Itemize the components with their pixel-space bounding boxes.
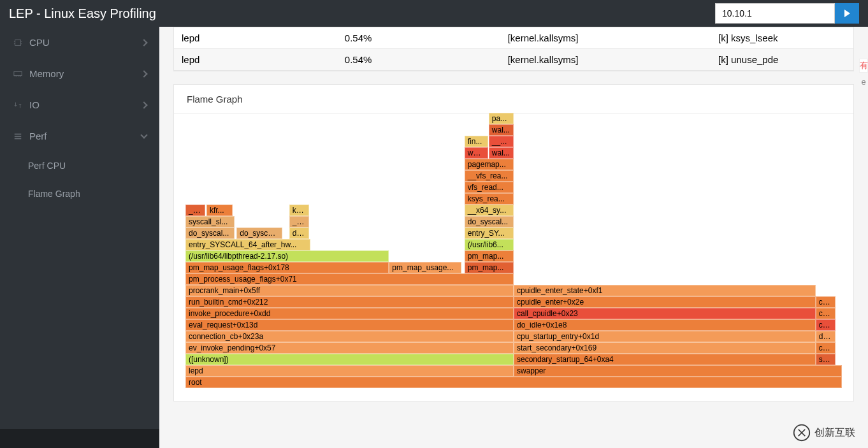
table-cell: 0.54%	[337, 27, 500, 49]
chevron-down-icon	[140, 131, 147, 138]
flame-cell[interactable]: __...	[489, 136, 514, 147]
flame-cell[interactable]: pm_map_usage...	[389, 262, 461, 273]
flame-cell[interactable]: __...	[289, 216, 309, 228]
main-content: lepd0.54%[kernel.kallsyms][k] ksys_lseek…	[159, 0, 868, 448]
chevron-right-icon	[140, 101, 147, 108]
sidebar-item-cpu[interactable]: CPU	[0, 27, 159, 58]
table-cell: lepd	[174, 27, 337, 49]
flame-cell[interactable]: cp...	[816, 342, 835, 354]
flame-cell[interactable]: cpuidle_enter_state+0xf1	[514, 285, 816, 296]
brand-logo-icon	[793, 424, 811, 442]
table-row: lepd0.54%[kernel.kallsyms][k] unuse_pde	[174, 49, 853, 71]
brand-watermark: 创新互联	[793, 424, 855, 442]
sidebar-item-memory[interactable]: Memory	[0, 58, 159, 89]
right-edge-text: e	[859, 75, 868, 88]
flame-cell[interactable]: connection_cb+0x23a	[185, 331, 514, 342]
flame-cell[interactable]: cp...	[816, 308, 835, 319]
flame-cell[interactable]: do_syscal...	[185, 228, 235, 239]
flame-cell[interactable]: __...	[185, 205, 205, 216]
cpu-icon	[13, 38, 23, 47]
flame-cell[interactable]: wal...	[489, 124, 514, 136]
flame-cell[interactable]: __vfs_rea...	[465, 170, 514, 182]
memory-icon	[13, 69, 23, 78]
perf-table-card: lepd0.54%[kernel.kallsyms][k] ksys_lseek…	[173, 27, 854, 71]
io-icon	[13, 101, 23, 110]
svg-rect-12	[15, 138, 22, 139]
table-cell: lepd	[174, 49, 337, 71]
flame-cell[interactable]: sta...	[816, 354, 835, 365]
svg-rect-11	[15, 136, 22, 137]
sidebar-item-label: Perf	[29, 131, 47, 141]
flame-cell[interactable]: pagemap...	[465, 159, 514, 170]
panel-title: Flame Graph	[174, 85, 853, 114]
flame-cell[interactable]: call...	[816, 319, 835, 331]
perf-icon	[13, 132, 23, 141]
flame-cell[interactable]: __x64_sy...	[465, 205, 514, 216]
flame-cell[interactable]: pm_map...	[465, 262, 514, 273]
flame-cell[interactable]: swapper	[514, 365, 842, 377]
flame-cell[interactable]: entry_SYSCALL_64_after_hw...	[185, 239, 310, 250]
table-cell: 0.54%	[337, 49, 500, 71]
flame-cell[interactable]: entry_SY...	[465, 228, 514, 239]
svg-rect-0	[15, 40, 21, 45]
flame-cell[interactable]: cpuidle_enter+0x2e	[514, 296, 816, 308]
flame-cell[interactable]: start_secondary+0x169	[514, 342, 816, 354]
flame-cell[interactable]: do...	[816, 331, 835, 342]
flame-graph[interactable]: rootlepdswapper([unknown])secondary_star…	[174, 114, 853, 401]
flame-cell[interactable]: secondary_startup_64+0xa4	[514, 354, 816, 365]
start-button[interactable]	[835, 3, 859, 24]
flame-cell[interactable]: eval_request+0x13d	[185, 319, 514, 331]
svg-rect-10	[15, 133, 22, 134]
flame-cell[interactable]: ksy...	[289, 205, 309, 216]
flame-cell[interactable]: syscall_sl...	[185, 216, 235, 228]
flame-cell[interactable]: wal...	[465, 147, 488, 159]
flame-cell[interactable]: ([unknown])	[185, 354, 514, 365]
flame-cell[interactable]: do_syscal...	[465, 216, 514, 228]
table-cell: [k] ksys_lseek	[711, 27, 853, 49]
flame-cell[interactable]: wal...	[489, 147, 514, 159]
perf-table: lepd0.54%[kernel.kallsyms][k] ksys_lseek…	[174, 27, 853, 71]
table-cell: [k] unuse_pde	[711, 49, 853, 71]
flame-cell[interactable]: do_idle+0x1e8	[514, 319, 816, 331]
flame-cell[interactable]: (/usr/lib6...	[465, 239, 514, 250]
flame-cell[interactable]: do...	[289, 228, 309, 239]
flame-cell[interactable]: invoke_procedure+0xdd	[185, 308, 514, 319]
flame-cell[interactable]: lepd	[185, 365, 514, 377]
sidebar-item-perf[interactable]: Perf	[0, 120, 159, 152]
flame-cell[interactable]: ksys_rea...	[465, 193, 514, 205]
flame-cell[interactable]: pm_process_usage_flags+0x71	[185, 273, 514, 285]
flame-graph-panel: Flame Graph rootlepdswapper([unknown])se…	[173, 84, 854, 401]
flame-cell[interactable]: pa...	[489, 113, 514, 124]
flame-cell[interactable]: run_builtin_cmd+0x212	[185, 296, 514, 308]
ip-address-input[interactable]	[715, 3, 835, 24]
play-icon	[843, 9, 851, 18]
brand-text: 创新互联	[814, 426, 855, 440]
flame-cell[interactable]: ev_invoke_pending+0x57	[185, 342, 514, 354]
table-row: lepd0.54%[kernel.kallsyms][k] ksys_lseek	[174, 27, 853, 49]
flame-cell[interactable]: procrank_main+0x5ff	[185, 285, 514, 296]
flame-cell[interactable]: fin...	[465, 136, 488, 147]
svg-rect-5	[14, 71, 22, 75]
table-cell: [kernel.kallsyms]	[500, 49, 711, 71]
flame-cell[interactable]: pm_map_usage_flags+0x178	[185, 262, 389, 273]
flame-cell[interactable]: pm_map...	[465, 250, 514, 262]
flame-cell[interactable]: vfs_read...	[465, 182, 514, 193]
sidebar-subitem-flame-graph[interactable]: Flame Graph	[0, 180, 159, 208]
flame-cell[interactable]: kfr...	[206, 205, 233, 216]
flame-cell[interactable]: do_syscal...	[236, 228, 282, 239]
app-header: LEP - Linux Easy Profiling	[0, 0, 868, 27]
sidebar-subitem-perf-cpu[interactable]: Perf CPU	[0, 152, 159, 180]
sidebar-item-label: IO	[29, 99, 40, 110]
sidebar-item-label: CPU	[29, 37, 50, 48]
table-cell: [kernel.kallsyms]	[500, 27, 711, 49]
flame-cell[interactable]: root	[185, 377, 842, 388]
flame-cell[interactable]: (/usr/lib64/libpthread-2.17.so)	[185, 250, 389, 262]
sidebar-footer	[0, 429, 159, 448]
flame-cell[interactable]: cp...	[816, 296, 835, 308]
app-title: LEP - Linux Easy Profiling	[9, 6, 156, 21]
sidebar-item-io[interactable]: IO	[0, 89, 159, 120]
flame-cell[interactable]: cpu_startup_entry+0x1d	[514, 331, 816, 342]
right-edge-badge: 有	[859, 59, 868, 73]
chevron-right-icon	[140, 39, 147, 46]
flame-cell[interactable]: call_cpuidle+0x23	[514, 308, 816, 319]
